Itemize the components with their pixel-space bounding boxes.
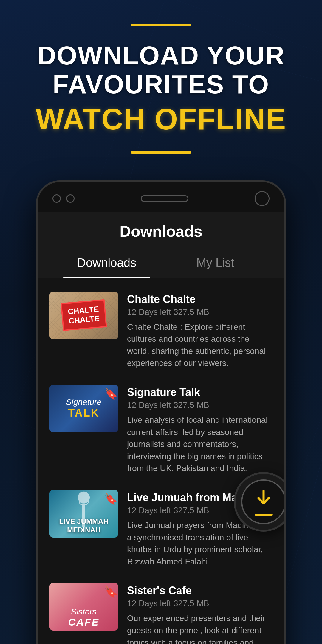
yellow-bar-bottom <box>131 151 191 154</box>
app-title: Downloads <box>52 222 270 248</box>
phone-top-bar <box>38 182 284 212</box>
svg-rect-1 <box>82 504 85 527</box>
sig-bold: TALK <box>66 407 102 419</box>
download-icon-inner <box>241 479 286 524</box>
bookmark-icon: 🔖 <box>104 388 118 400</box>
item-desc: Our experienced presenters and their gue… <box>127 612 273 644</box>
list-item[interactable]: Sisters CAFE 🔖 Sister's Cafe 12 Days lef… <box>38 575 284 644</box>
list-item[interactable]: CHALTE CHALTE Chalte Chalte 12 Days left… <box>38 284 284 377</box>
phone-mockup: Downloads Downloads My List <box>36 180 286 644</box>
item-title: Signature Talk <box>127 386 273 399</box>
item-meta: 12 Days left 327.5 MB <box>127 599 273 608</box>
item-meta: 12 Days left 327.5 MB <box>127 400 273 410</box>
hero-text-yellow: WATCH OFFLINE <box>24 102 298 136</box>
bookmark-overlay: 🔖 <box>104 388 115 401</box>
camera-dot-1 <box>52 194 61 203</box>
phone-circle <box>255 191 270 206</box>
sisters-text: Sisters CAFE <box>68 607 100 628</box>
download-arrow-icon <box>253 488 274 512</box>
item-desc: Chalte Chalte : Explore different cultur… <box>127 321 273 369</box>
thumbnail-jummah: LIVE JUMMAH MEDINAH 🔖 <box>49 490 118 538</box>
thumbnail-sisters: Sisters CAFE 🔖 <box>49 583 118 631</box>
tab-my-list[interactable]: My List <box>161 248 270 278</box>
content-list: CHALTE CHALTE Chalte Chalte 12 Days left… <box>38 278 284 644</box>
thumbnail-chalte: CHALTE CHALTE <box>49 292 118 339</box>
item-title: Sister's Cafe <box>127 584 273 597</box>
hero-section: DOWNLOAD YOUR FAVOURITES TO WATCH OFFLIN… <box>0 0 322 171</box>
phone-container: Downloads Downloads My List <box>0 171 322 644</box>
item-info-signature: Signature Talk 12 Days left 327.5 MB Liv… <box>127 385 273 475</box>
phone-speaker <box>141 195 188 202</box>
chalte-stamp-text: CHALTE CHALTE <box>61 299 107 331</box>
item-info-chalte: Chalte Chalte 12 Days left 327.5 MB Chal… <box>127 292 273 369</box>
app-screen: Downloads Downloads My List <box>38 212 284 644</box>
item-meta: 12 Days left 327.5 MB <box>127 307 273 317</box>
list-item[interactable]: Signature TALK 🔖 Signature Talk 12 Days … <box>38 377 284 482</box>
thumbnail-signature: Signature TALK 🔖 <box>49 385 118 432</box>
bookmark-icon-jummah: 🔖 <box>104 493 118 505</box>
yellow-bar-top <box>131 24 191 26</box>
app-header: Downloads Downloads My List <box>38 212 284 278</box>
item-title: Chalte Chalte <box>127 293 273 306</box>
phone-cameras <box>52 194 75 203</box>
camera-dot-2 <box>66 194 75 203</box>
download-line <box>255 514 273 516</box>
sig-text: Signature <box>66 398 102 407</box>
bookmark-overlay-sisters: 🔖 <box>104 586 115 599</box>
item-desc: Live analysis of local and international… <box>127 414 273 475</box>
hero-text-main: DOWNLOAD YOUR FAVOURITES TO <box>24 41 298 99</box>
tab-downloads[interactable]: Downloads <box>52 248 161 278</box>
bookmark-overlay-jummah: 🔖 <box>104 493 115 506</box>
bookmark-icon-sisters: 🔖 <box>104 586 118 598</box>
tabs-container: Downloads My List <box>52 248 270 278</box>
item-info-sisters: Sister's Cafe 12 Days left 327.5 MB Our … <box>127 583 273 644</box>
